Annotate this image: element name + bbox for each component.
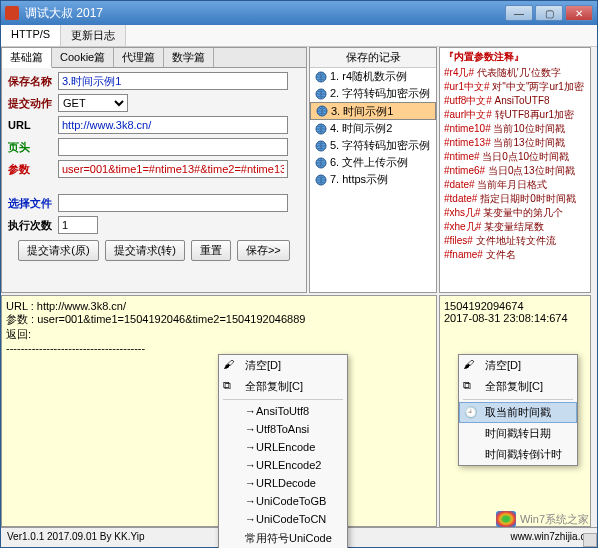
header-label: 页头 <box>8 140 58 155</box>
param-input[interactable] <box>58 160 288 178</box>
close-button[interactable]: ✕ <box>565 5 593 21</box>
resp-sep: -------------------------------------- <box>6 342 432 354</box>
tab-cookie[interactable]: Cookie篇 <box>52 48 114 67</box>
brush-icon: 🖌 <box>223 358 237 372</box>
reference-line: #xhe几# 某变量结尾数 <box>440 220 590 234</box>
record-item[interactable]: 2. 字符转码加密示例 <box>310 85 436 102</box>
reference-line: #ntime10# 当前10位时间戳 <box>440 122 590 136</box>
record-item[interactable]: 6. 文件上传示例 <box>310 154 436 171</box>
reference-line: #ntime6# 当日0点13位时间戳 <box>440 164 590 178</box>
globe-icon <box>314 139 328 153</box>
menu-item[interactable]: 常用符号UniCode <box>219 528 347 548</box>
tab-changelog[interactable]: 更新日志 <box>61 25 126 46</box>
version-text: Ver1.0.1 2017.09.01 By KK.Yip <box>7 531 145 542</box>
globe-icon <box>315 104 329 118</box>
window-title: 调试大叔 2017 <box>25 5 505 22</box>
titlebar[interactable]: 调试大叔 2017 — ▢ ✕ <box>1 1 597 25</box>
datetime-value: 2017-08-31 23:08:14:674 <box>444 312 586 324</box>
url-label: URL <box>8 119 58 131</box>
menu-copyall[interactable]: ⧉全部复制[C] <box>219 376 347 397</box>
menu-item[interactable]: →Utf8ToAnsi <box>219 420 347 438</box>
brush-icon: 🖌 <box>463 358 477 372</box>
globe-icon <box>314 156 328 170</box>
site-text: www.win7zhijia.cn <box>510 531 591 542</box>
copy-icon: ⧉ <box>463 379 477 393</box>
record-item[interactable]: 1. r4随机数示例 <box>310 68 436 85</box>
copy-icon: ⧉ <box>223 379 237 393</box>
globe-icon <box>314 70 328 84</box>
menu2-clear[interactable]: 🖌清空[D] <box>459 355 577 376</box>
reference-line: #fname# 文件名 <box>440 248 590 262</box>
reference-line: #aurl中文# 转UTF8再ur1加密 <box>440 108 590 122</box>
tab-basic[interactable]: 基础篇 <box>2 48 52 68</box>
resp-return: 返回: <box>6 327 432 342</box>
menu-clear[interactable]: 🖌清空[D] <box>219 355 347 376</box>
file-input[interactable] <box>58 194 288 212</box>
records-title: 保存的记录 <box>310 48 436 68</box>
maximize-button[interactable]: ▢ <box>535 5 563 21</box>
menu-item[interactable]: →UniCodeToCN <box>219 510 347 528</box>
reference-pane: 『内置参数注释』 #r4几# 代表随机'几'位数字#ur1中文# 对"中文"两字… <box>439 47 591 293</box>
save-button[interactable]: 保存>> <box>237 240 290 261</box>
tab-math[interactable]: 数学篇 <box>164 48 214 67</box>
save-name-input[interactable] <box>58 72 288 90</box>
tab-proxy[interactable]: 代理篇 <box>114 48 164 67</box>
submit-orig-button[interactable]: 提交请求(原) <box>18 240 98 261</box>
globe-icon <box>314 173 328 187</box>
menu2-todate[interactable]: 时间戳转日期 <box>459 423 577 444</box>
submit-trans-button[interactable]: 提交请求(转) <box>105 240 185 261</box>
record-item[interactable]: 3. 时间示例1 <box>310 102 436 120</box>
menu2-countdown[interactable]: 时间戳转倒计时 <box>459 444 577 465</box>
win7-flag-icon <box>496 511 516 527</box>
action-label: 提交动作 <box>8 96 58 111</box>
menu2-copyall[interactable]: ⧉全部复制[C] <box>459 376 577 397</box>
reference-line: #xhs几# 某变量中的第几个 <box>440 206 590 220</box>
watermark: Win7系统之家 <box>496 511 589 527</box>
top-tabs: HTTP/S 更新日志 <box>1 25 597 47</box>
reference-line: #utf8中文# AnsiToUTF8 <box>440 94 590 108</box>
record-item[interactable]: 4. 时间示例2 <box>310 120 436 137</box>
reference-line: #date# 当前年月日格式 <box>440 178 590 192</box>
menu2-now[interactable]: 🕘取当前时间戳 <box>459 402 577 423</box>
reference-line: #ntime# 当日0点10位时间戳 <box>440 150 590 164</box>
menu-item[interactable]: →URLEncode2 <box>219 456 347 474</box>
app-icon <box>5 6 19 20</box>
response-left[interactable]: URL : http://www.3k8.cn/ 参数 : user=001&t… <box>1 295 437 527</box>
tab-http[interactable]: HTTP/S <box>1 25 61 46</box>
file-label: 选择文件 <box>8 196 58 211</box>
records-pane: 保存的记录 1. r4随机数示例2. 字符转码加密示例3. 时间示例14. 时间… <box>309 47 437 293</box>
count-input[interactable] <box>58 216 98 234</box>
form-pane: 基础篇 Cookie篇 代理篇 数学篇 保存名称 提交动作 GET URL <box>1 47 307 293</box>
timestamp-value: 1504192094674 <box>444 300 586 312</box>
menu-item[interactable]: →AnsiToUtf8 <box>219 402 347 420</box>
header-input[interactable] <box>58 138 288 156</box>
globe-icon <box>314 122 328 136</box>
count-label: 执行次数 <box>8 218 58 233</box>
reference-line: #files# 文件地址转文件流 <box>440 234 590 248</box>
app-window: 调试大叔 2017 — ▢ ✕ HTTP/S 更新日志 基础篇 Cookie篇 … <box>0 0 598 548</box>
clock-icon: 🕘 <box>464 406 478 420</box>
menu-item[interactable]: →URLEncode <box>219 438 347 456</box>
context-menu-left: 🖌清空[D] ⧉全部复制[C] →AnsiToUtf8→Utf8ToAnsi→U… <box>218 354 348 548</box>
menu-item[interactable]: →URLDecode <box>219 474 347 492</box>
save-name-label: 保存名称 <box>8 74 58 89</box>
minimize-button[interactable]: — <box>505 5 533 21</box>
record-item[interactable]: 5. 字符转码加密示例 <box>310 137 436 154</box>
reference-line: #ur1中文# 对"中文"两字ur1加密 <box>440 80 590 94</box>
url-input[interactable] <box>58 116 288 134</box>
reference-title: 『内置参数注释』 <box>440 48 590 66</box>
record-item[interactable]: 7. https示例 <box>310 171 436 188</box>
action-select[interactable]: GET <box>58 94 128 112</box>
param-label: 参数 <box>8 162 58 177</box>
reference-line: #ntime13# 当前13位时间戳 <box>440 136 590 150</box>
reset-button[interactable]: 重置 <box>191 240 231 261</box>
resp-url: URL : http://www.3k8.cn/ <box>6 300 432 312</box>
context-menu-right: 🖌清空[D] ⧉全部复制[C] 🕘取当前时间戳 时间戳转日期 时间戳转倒计时 <box>458 354 578 466</box>
reference-line: #tdate# 指定日期时0时时间戳 <box>440 192 590 206</box>
menu-item[interactable]: →UniCodeToGB <box>219 492 347 510</box>
resp-param: 参数 : user=001&time1=1504192046&time2=150… <box>6 312 432 327</box>
reference-line: #r4几# 代表随机'几'位数字 <box>440 66 590 80</box>
response-right[interactable]: 1504192094674 2017-08-31 23:08:14:674 🖌清… <box>439 295 591 527</box>
globe-icon <box>314 87 328 101</box>
